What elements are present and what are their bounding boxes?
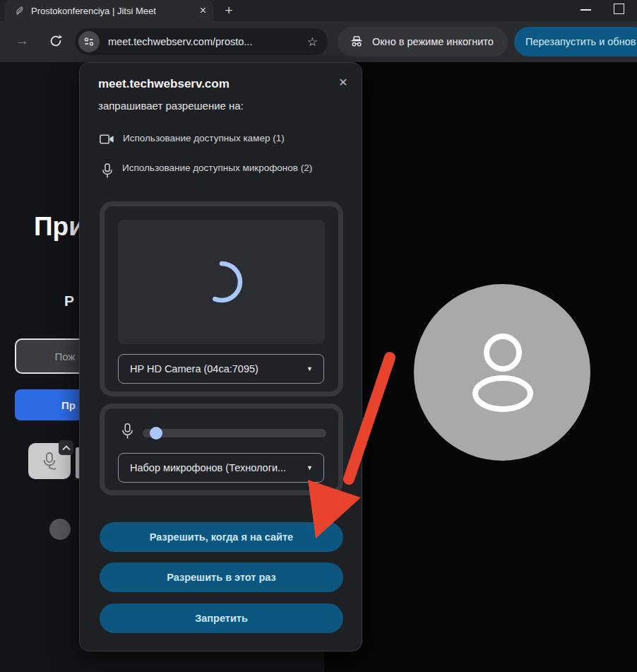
status-dot [49, 519, 71, 540]
microphone-select[interactable]: Набор микрофонов (Технологи... ▼ [118, 453, 324, 483]
tab-title: Prostokonferenciya | Jitsi Meet [31, 6, 194, 16]
restart-update-button[interactable]: Перезапустить и обнов [514, 27, 637, 57]
dialog-request-line: запрашивает разрешение на: [98, 100, 244, 112]
browser-toolbar: → meet.techwebserv.com/prosto... ☆ [0, 21, 637, 62]
chevron-up-icon [62, 445, 71, 451]
microphone-icon [40, 451, 59, 472]
permission-label: Использование доступных микрофонов (2) [122, 160, 347, 181]
permission-row-camera: Использование доступных камер (1) [100, 131, 335, 146]
permission-dialog: meet.techwebserv.com × запрашивает разре… [79, 62, 362, 652]
mic-options-button[interactable] [59, 440, 73, 455]
permission-row-microphone: Использование доступных микрофонов (2) [100, 160, 347, 181]
forward-icon[interactable]: → [16, 33, 29, 49]
microphone-icon [121, 423, 133, 442]
allow-this-time-label: Разрешить в этот раз [167, 572, 276, 583]
camera-icon [100, 132, 114, 146]
microphone-card: Набор микрофонов (Технологи... ▼ [100, 403, 343, 495]
room-name-label: Р [64, 293, 74, 310]
jitsi-favicon-icon [14, 6, 25, 16]
site-settings-icon[interactable] [78, 31, 100, 52]
avatar [414, 284, 590, 461]
allow-while-visiting-button[interactable]: Разрешить, когда я на сайте [100, 522, 343, 552]
block-label: Запретить [195, 613, 248, 624]
window-restore-button[interactable] [614, 4, 624, 14]
address-bar[interactable]: meet.techwebserv.com/prosto... ☆ [75, 28, 328, 55]
incognito-badge: Окно в режиме инкогнито [338, 27, 508, 57]
bookmark-star-icon[interactable]: ☆ [307, 35, 318, 49]
person-icon [414, 284, 590, 461]
block-button[interactable]: Запретить [100, 603, 343, 633]
new-tab-button[interactable]: + [220, 2, 237, 19]
browser-window: Prostokonferenciya | Jitsi Meet × + → me… [0, 0, 637, 672]
permission-label: Использование доступных камер (1) [123, 131, 335, 146]
camera-select[interactable]: HP HD Camera (04ca:7095) ▼ [118, 354, 324, 384]
url-text[interactable]: meet.techwebserv.com/prosto... [108, 36, 307, 47]
mic-level-thumb[interactable] [150, 427, 162, 440]
allow-this-time-button[interactable]: Разрешить в этот раз [100, 562, 343, 592]
window-minimize-button[interactable] [581, 9, 591, 11]
chevron-down-icon: ▼ [306, 365, 313, 372]
microphone-icon [102, 163, 113, 181]
camera-preview-card: HP HD Camera (04ca:7095) ▼ [100, 201, 343, 396]
camera-select-value: HP HD Camera (04ca:7095) [130, 363, 306, 375]
display-name-placeholder: Пож [55, 350, 76, 362]
browser-tab[interactable]: Prostokonferenciya | Jitsi Meet × [4, 0, 213, 21]
restart-label: Перезапустить и обнов [525, 36, 636, 47]
incognito-icon [349, 34, 364, 49]
reload-icon[interactable] [48, 33, 64, 49]
chevron-down-icon: ▼ [306, 464, 313, 471]
tab-strip: Prostokonferenciya | Jitsi Meet × + [0, 0, 637, 21]
page-content: При Р Пож Пр [0, 62, 637, 672]
microphone-select-value: Набор микрофонов (Технологи... [130, 462, 306, 473]
mic-level-slider[interactable] [143, 429, 326, 437]
loading-spinner-icon [199, 259, 244, 305]
dialog-origin: meet.techwebserv.com [98, 77, 230, 91]
prejoin-heading: При [34, 212, 85, 242]
camera-preview [118, 220, 325, 344]
dialog-close-icon[interactable]: × [339, 74, 347, 89]
tab-close-icon[interactable]: × [200, 5, 206, 16]
join-meeting-label: Пр [61, 399, 76, 411]
allow-while-visiting-label: Разрешить, когда я на сайте [150, 531, 293, 543]
incognito-label: Окно в режиме инкогнито [372, 36, 494, 47]
